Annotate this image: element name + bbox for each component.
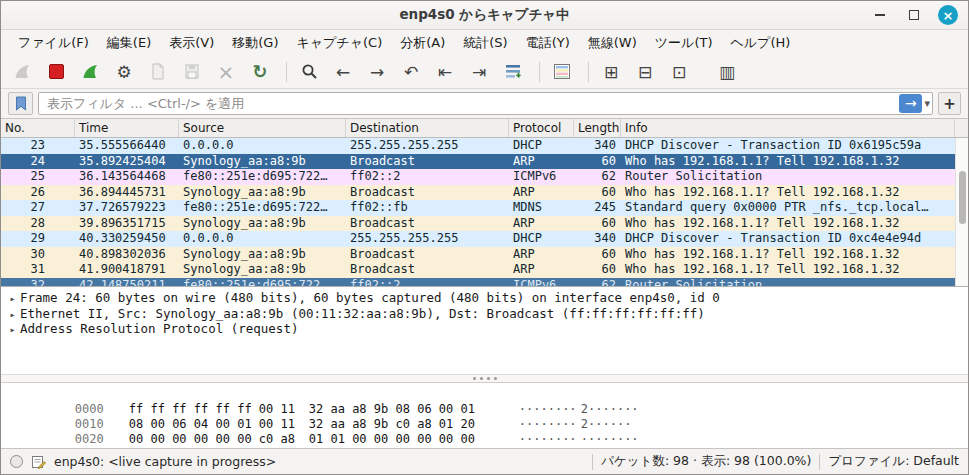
menu-item[interactable]: ファイル(F) <box>9 31 98 55</box>
packet-row[interactable]: 27 37.726579223 fe80::251e:d695:722… ff0… <box>1 200 955 216</box>
go-back-button[interactable]: ← <box>328 58 358 85</box>
packet-row[interactable]: 23 35.555566440 0.0.0.0 255.255.255.255 … <box>1 138 955 154</box>
reload-button[interactable]: ↻ <box>245 58 275 85</box>
toolbar-separator <box>539 62 540 82</box>
packet-row[interactable]: 29 40.330259450 0.0.0.0 255.255.255.255 … <box>1 231 955 247</box>
filter-add-button[interactable]: + <box>938 92 961 115</box>
packet-no: 30 <box>1 247 75 263</box>
detail-row[interactable]: ▸Address Resolution Protocol (request) <box>1 321 968 337</box>
column-header-source[interactable]: Source <box>179 119 346 137</box>
packet-protocol: MDNS <box>509 200 574 216</box>
column-header-info[interactable]: Info <box>621 119 955 137</box>
filter-dropdown-button[interactable]: ▾ <box>924 97 930 110</box>
maximize-button[interactable] <box>904 5 924 25</box>
maximize-icon <box>909 10 919 20</box>
go-first-packet-button[interactable]: ⇤ <box>430 58 460 85</box>
column-header-protocol[interactable]: Protocol <box>509 119 574 137</box>
resize-columns-button[interactable]: ▥ <box>712 58 742 85</box>
menu-item[interactable]: 表示(V) <box>160 31 223 55</box>
packet-row[interactable]: 24 35.892425404 Synology_aa:a8:9b Broadc… <box>1 154 955 170</box>
menu-item[interactable]: 無線(W) <box>579 31 646 55</box>
packet-list-scrollbar[interactable] <box>955 138 968 286</box>
auto-scroll-button[interactable] <box>498 58 528 85</box>
go-last-packet-button[interactable]: ⇥ <box>464 58 494 85</box>
save-file-button[interactable] <box>177 58 207 85</box>
hex-bytes-1: ff ff ff ff ff ff 00 11 <box>129 402 299 417</box>
menu-item[interactable]: ツール(T) <box>646 31 722 55</box>
packet-no: 31 <box>1 262 75 278</box>
expander-icon[interactable]: ▸ <box>5 291 20 307</box>
profile-text[interactable]: プロファイル: Default <box>828 453 959 470</box>
column-header-destination[interactable]: Destination <box>346 119 509 137</box>
menu-item[interactable]: キャプチャ(C) <box>287 31 391 55</box>
hex-bytes-1: 08 00 06 04 00 01 00 11 <box>129 417 299 432</box>
capture-start-button[interactable] <box>7 58 37 85</box>
minimize-button[interactable] <box>870 5 890 25</box>
scrollbar-thumb[interactable] <box>959 171 966 224</box>
menu-item[interactable]: ヘルプ(H) <box>721 31 799 55</box>
filter-bookmark-button[interactable] <box>8 92 33 115</box>
packet-source: fe80::251e:d695:722… <box>179 278 346 286</box>
packet-info: Who has 192.168.1.1? Tell 192.168.1.32 <box>621 154 955 170</box>
hex-row[interactable]: 0000ff ff ff ff ff ff 00 1132 aa a8 9b 0… <box>1 387 968 402</box>
hex-offset: 0000 <box>75 402 119 417</box>
close-file-button[interactable]: × <box>211 58 241 85</box>
packet-destination: ff02::2 <box>346 278 509 286</box>
detail-text: Address Resolution Protocol (request) <box>20 321 298 336</box>
column-header-time[interactable]: Time <box>75 119 179 137</box>
go-to-packet-button[interactable]: ↶ <box>396 58 426 85</box>
packet-time: 40.898302036 <box>75 247 179 263</box>
packet-row[interactable]: 31 41.900418791 Synology_aa:a8:9b Broadc… <box>1 262 955 278</box>
detail-row[interactable]: ▸Ethernet II, Src: Synology_aa:a8:9b (00… <box>1 306 968 322</box>
packet-protocol: DHCP <box>509 138 574 154</box>
packet-protocol: ARP <box>509 262 574 278</box>
packet-row[interactable]: 28 39.896351715 Synology_aa:a8:9b Broadc… <box>1 216 955 232</box>
column-header-length[interactable]: Length <box>574 119 621 137</box>
zoom-in-button[interactable]: ⊞ <box>596 58 626 85</box>
filter-input-wrap: → ▾ <box>38 92 933 115</box>
curved-arrow-icon: ↶ <box>404 62 418 82</box>
zoom-reset-button[interactable]: ⊡ <box>664 58 694 85</box>
packet-source: fe80::251e:d695:722… <box>179 169 346 185</box>
menu-item[interactable]: 電話(Y) <box>517 31 579 55</box>
go-forward-button[interactable]: → <box>362 58 392 85</box>
close-button[interactable]: × <box>938 5 958 25</box>
pane-splitter[interactable] <box>1 374 968 383</box>
colorize-button[interactable] <box>547 58 577 85</box>
menu-item[interactable]: 統計(S) <box>454 31 516 55</box>
column-header-no[interactable]: No. <box>1 119 75 137</box>
capture-options-button[interactable]: ⚙ <box>109 58 139 85</box>
packet-source: 0.0.0.0 <box>179 138 346 154</box>
packet-time: 37.726579223 <box>75 200 179 216</box>
capture-comment-icon[interactable] <box>31 454 46 469</box>
open-file-button[interactable] <box>143 58 173 85</box>
arrow-to-start-icon: ⇤ <box>438 62 452 82</box>
menu-item[interactable]: 分析(A) <box>391 31 454 55</box>
minimize-icon <box>875 14 885 16</box>
zoom-out-button[interactable]: ⊟ <box>630 58 660 85</box>
packet-length: 340 <box>574 231 621 247</box>
packet-destination: Broadcast <box>346 154 509 170</box>
packet-row[interactable]: 32 42.148750211 fe80::251e:d695:722… ff0… <box>1 278 955 286</box>
save-file-icon <box>184 63 200 80</box>
packet-info: Who has 192.168.1.1? Tell 192.168.1.32 <box>621 262 955 278</box>
menu-item[interactable]: 移動(G) <box>223 31 287 55</box>
menu-item[interactable]: 編集(E) <box>98 31 160 55</box>
hex-dump-pane: 0000ff ff ff ff ff ff 00 1132 aa a8 9b 0… <box>1 383 968 448</box>
titlebar: enp4s0 からキャプチャ中 × <box>1 1 968 30</box>
packet-rows: 23 35.555566440 0.0.0.0 255.255.255.255 … <box>1 138 955 286</box>
packet-row[interactable]: 30 40.898302036 Synology_aa:a8:9b Broadc… <box>1 247 955 263</box>
expert-info-icon[interactable] <box>10 455 23 468</box>
packet-row[interactable]: 25 36.143564468 fe80::251e:d695:722… ff0… <box>1 169 955 185</box>
packet-row[interactable]: 26 36.894445731 Synology_aa:a8:9b Broadc… <box>1 185 955 201</box>
filter-apply-button[interactable]: → <box>899 94 922 113</box>
packet-protocol: ICMPv6 <box>509 169 574 185</box>
expander-icon[interactable]: ▸ <box>5 307 20 323</box>
capture-stop-button[interactable] <box>41 58 71 85</box>
expander-icon[interactable]: ▸ <box>5 322 20 338</box>
capture-restart-button[interactable] <box>75 58 105 85</box>
detail-row[interactable]: ▸Frame 24: 60 bytes on wire (480 bits), … <box>1 290 968 306</box>
find-packet-button[interactable] <box>294 58 324 85</box>
display-filter-input[interactable] <box>38 92 933 115</box>
packet-info: Who has 192.168.1.1? Tell 192.168.1.32 <box>621 185 955 201</box>
